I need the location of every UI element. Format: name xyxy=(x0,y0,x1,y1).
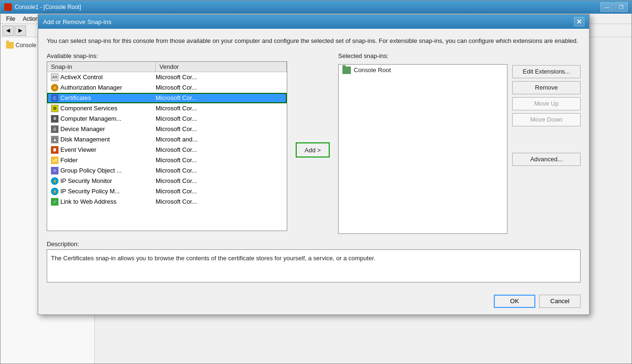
snapin-name-folder: 📁 Folder xyxy=(49,157,156,164)
dialog-close-button[interactable]: ✕ xyxy=(574,17,584,26)
group-icon: G xyxy=(51,167,58,174)
advanced-button[interactable]: Advanced... xyxy=(512,153,581,166)
list-item-activex[interactable]: AX ActiveX Control Microsoft Cor... xyxy=(47,72,287,83)
remove-button[interactable]: Remove xyxy=(512,81,581,94)
list-item-device-manager[interactable]: 🖨 Device Manager Microsoft Cor... xyxy=(47,124,287,134)
available-snapins-panel: Available snap-ins: Snap-in Vendor AX A xyxy=(47,52,287,234)
snapin-vendor-folder: Microsoft Cor... xyxy=(156,157,285,164)
bg-title-controls: — ❐ xyxy=(600,2,628,12)
snapin-name-component: ⚙ Component Services xyxy=(49,105,156,112)
dialog-body: You can select snap-ins for this console… xyxy=(38,29,589,290)
snapin-name-cert: C Certificates xyxy=(49,94,156,102)
list-item-folder[interactable]: 📁 Folder Microsoft Cor... xyxy=(47,155,287,165)
auth-icon: A xyxy=(51,84,58,91)
snapin-vendor-auth: Microsoft Cor... xyxy=(156,84,285,91)
add-button[interactable]: Add > xyxy=(296,142,330,157)
right-buttons: Edit Extensions... Remove Move Up Move D… xyxy=(512,64,581,234)
description-section: Description: The Certificates snap-in al… xyxy=(47,240,581,282)
snapin-vendor-group: Microsoft Cor... xyxy=(156,167,285,174)
snapin-vendor-component: Microsoft Cor... xyxy=(156,105,285,112)
component-icon: ⚙ xyxy=(51,105,58,112)
list-item-ip-policy[interactable]: 🔒 IP Security Policy M... Microsoft Cor.… xyxy=(47,186,287,197)
selected-item-console-root: Console Root xyxy=(339,65,507,76)
right-top: Console Root Edit Extensions... Remove M… xyxy=(338,64,581,234)
selected-list[interactable]: Console Root xyxy=(338,64,507,234)
ip-policy-icon: 🔒 xyxy=(51,188,58,195)
event-icon: 📋 xyxy=(51,146,58,154)
snapin-name-device: 🖨 Device Manager xyxy=(49,125,156,133)
available-label: Available snap-ins: xyxy=(47,52,287,59)
compman-icon: 🖥 xyxy=(51,115,58,123)
list-item-component-services[interactable]: ⚙ Component Services Microsoft Cor... xyxy=(47,103,287,114)
snapin-vendor-cert: Microsoft Cor... xyxy=(156,94,285,101)
restore-button[interactable]: ❐ xyxy=(615,2,628,12)
dialog-titlebar: Add or Remove Snap-ins ✕ xyxy=(38,15,589,29)
list-item-certificates[interactable]: C Certificates Microsoft Cor... xyxy=(47,93,287,103)
disk-icon: 💾 xyxy=(51,136,58,143)
console-title-icon xyxy=(4,3,12,11)
right-panel: Selected snap-ins: Console Root Edit Ext… xyxy=(338,52,581,234)
minimize-button[interactable]: — xyxy=(600,2,614,12)
list-item-disk-management[interactable]: 💾 Disk Management Microsoft and... xyxy=(47,134,287,145)
list-item-event-viewer[interactable]: 📋 Event Viewer Microsoft Cor... xyxy=(47,145,287,155)
snapin-vendor-ip-policy: Microsoft Cor... xyxy=(156,188,285,195)
snapin-vendor-event: Microsoft Cor... xyxy=(156,146,285,153)
list-item-ip-monitor[interactable]: 🔒 IP Security Monitor Microsoft Cor... xyxy=(47,176,287,186)
folder-snap-icon: 📁 xyxy=(51,157,58,164)
snapin-vendor-disk: Microsoft and... xyxy=(156,136,285,143)
dialog-footer: OK Cancel xyxy=(38,290,589,314)
bg-titlebar: Console1 - [Console Root] — ❐ xyxy=(0,0,632,14)
cancel-button[interactable]: Cancel xyxy=(539,295,581,308)
snapin-list-scroll[interactable]: AX ActiveX Control Microsoft Cor... A Au… xyxy=(47,72,287,231)
back-button[interactable]: ◀ xyxy=(2,25,14,36)
snapin-name-disk: 💾 Disk Management xyxy=(49,136,156,143)
snapin-vendor-link: Microsoft Cor... xyxy=(156,198,285,205)
console-folder-icon xyxy=(342,66,351,74)
snapin-name-activex: AX ActiveX Control xyxy=(49,74,156,81)
panels-row: Available snap-ins: Snap-in Vendor AX A xyxy=(47,52,581,234)
middle-panel: Add > xyxy=(294,52,332,234)
bg-title-text: Console1 - [Console Root] xyxy=(15,4,81,10)
link-icon: 🔗 xyxy=(51,198,58,206)
folder-icon xyxy=(6,42,14,49)
snapin-vendor-ip-monitor: Microsoft Cor... xyxy=(156,177,285,184)
move-up-button[interactable]: Move Up xyxy=(512,97,581,110)
forward-button[interactable]: ▶ xyxy=(15,25,26,36)
snapin-vendor-activex: Microsoft Cor... xyxy=(156,74,285,81)
dialog-description: You can select snap-ins for this console… xyxy=(47,36,581,46)
list-item-computer-management[interactable]: 🖥 Computer Managem... Microsoft Cor... xyxy=(47,114,287,124)
list-header: Snap-in Vendor xyxy=(47,62,287,72)
vendor-col-header: Vendor xyxy=(156,62,287,72)
available-list-container: Snap-in Vendor AX ActiveX Control Micros… xyxy=(47,61,287,231)
description-label: Description: xyxy=(47,240,581,248)
description-box: The Certificates snap-in allows you to b… xyxy=(47,249,581,282)
snapin-name-ip-monitor: 🔒 IP Security Monitor xyxy=(49,177,156,185)
snapin-name-group: G Group Policy Object ... xyxy=(49,167,156,174)
dialog-title: Add or Remove Snap-ins xyxy=(43,18,574,25)
ok-button[interactable]: OK xyxy=(494,295,535,308)
snapin-name-ip-policy: 🔒 IP Security Policy M... xyxy=(49,188,156,195)
snapin-name-link: 🔗 Link to Web Address xyxy=(49,198,156,206)
selected-label: Selected snap-ins: xyxy=(338,52,581,59)
snapin-name-auth: A Authorization Manager xyxy=(49,84,156,91)
move-down-button[interactable]: Move Down xyxy=(512,113,581,126)
snapin-col-header: Snap-in xyxy=(47,62,156,72)
snapin-name-compman: 🖥 Computer Managem... xyxy=(49,115,156,123)
ip-monitor-icon: 🔒 xyxy=(51,177,58,185)
device-icon: 🖨 xyxy=(51,125,58,133)
add-remove-snapins-dialog: Add or Remove Snap-ins ✕ You can select … xyxy=(38,14,590,315)
activex-icon: AX xyxy=(51,74,58,81)
edit-extensions-button[interactable]: Edit Extensions... xyxy=(512,65,581,78)
list-item-group-policy[interactable]: G Group Policy Object ... Microsoft Cor.… xyxy=(47,165,287,176)
snapin-vendor-device: Microsoft Cor... xyxy=(156,125,285,132)
menu-file[interactable]: File xyxy=(2,14,19,24)
list-item-link-web[interactable]: 🔗 Link to Web Address Microsoft Cor... xyxy=(47,197,287,207)
list-item-auth-manager[interactable]: A Authorization Manager Microsoft Cor... xyxy=(47,83,287,93)
cert-icon: C xyxy=(51,94,58,102)
snapin-vendor-compman: Microsoft Cor... xyxy=(156,115,285,122)
snapin-name-event: 📋 Event Viewer xyxy=(49,146,156,154)
selected-item-name: Console Root xyxy=(354,66,391,74)
